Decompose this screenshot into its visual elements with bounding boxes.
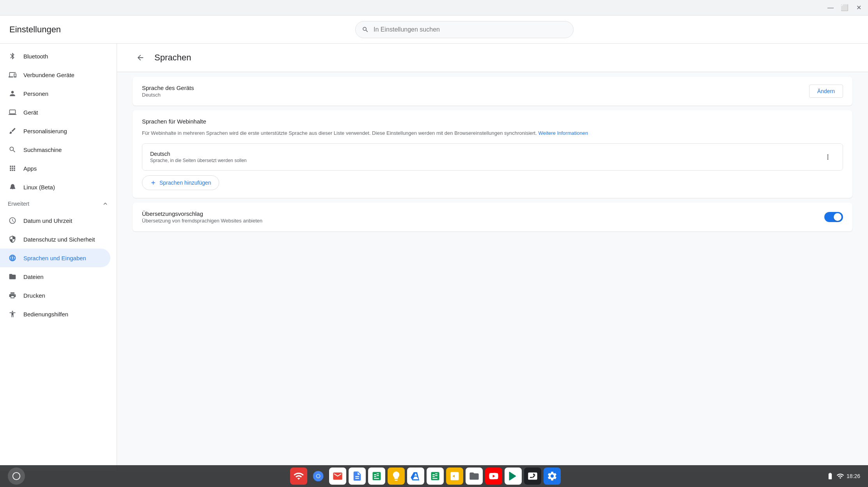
drive-app-icon	[410, 471, 421, 482]
back-button[interactable]	[133, 50, 148, 65]
files-app-icon	[469, 471, 480, 482]
wifi-app-icon	[293, 471, 304, 482]
sidebar-item-bluetooth-label: Bluetooth	[23, 53, 48, 60]
play-app-icon	[508, 471, 519, 482]
sheets-app-icon	[371, 471, 382, 482]
svg-point-0	[13, 473, 20, 480]
taskbar-app-sheets2[interactable]	[427, 468, 444, 485]
content-area: Bluetooth Verbundene Geräte Personen	[0, 44, 868, 471]
app-title: Einstellungen	[9, 25, 61, 35]
taskbar: 18:26	[0, 465, 868, 487]
sidebar-item-datenschutz[interactable]: Datenschutz und Sicherheit	[0, 230, 110, 249]
sidebar-item-linux[interactable]: Linux (Beta)	[0, 178, 110, 196]
bluetooth-icon	[8, 51, 17, 61]
time-display: 18:26	[847, 473, 860, 479]
lang-name: Deutsch	[150, 151, 246, 157]
translation-info: Übersetzungsvorschlag Übersetzung von fr…	[142, 210, 824, 224]
keep-app-icon	[391, 471, 402, 482]
sidebar-item-bedienungshilfen[interactable]: Bedienungshilfen	[0, 305, 110, 323]
sidebar-item-apps-label: Apps	[23, 165, 37, 172]
app-layout: Einstellungen Bluetooth	[0, 16, 868, 471]
add-icon	[150, 180, 156, 186]
sidebar-item-personalisierung-label: Personalisierung	[23, 128, 67, 134]
signal-icon	[836, 472, 844, 480]
page-header: Sprachen	[117, 44, 868, 72]
sidebar-item-apps[interactable]: Apps	[0, 159, 110, 178]
devices-icon	[8, 70, 17, 79]
sidebar-item-suchmaschine[interactable]: Suchmaschine	[0, 140, 110, 159]
sidebar-item-sprachen[interactable]: Sprachen und Eingaben	[0, 249, 110, 267]
back-arrow-icon	[136, 53, 145, 62]
add-language-button[interactable]: Sprachen hinzufügen	[142, 175, 219, 190]
sidebar-item-drucken-label: Drucken	[23, 292, 45, 299]
taskbar-app-files[interactable]	[466, 468, 483, 485]
shield-icon	[8, 235, 17, 244]
more-info-link[interactable]: Weitere Informationen	[538, 130, 588, 136]
folder-icon	[8, 272, 17, 281]
translation-section: Übersetzungsvorschlag Übersetzung von fr…	[133, 203, 852, 231]
settings-app-icon	[547, 471, 558, 482]
main-content: Sprachen Sprache des Geräts Deutsch Ände…	[117, 44, 868, 471]
sidebar-item-drucken[interactable]: Drucken	[0, 286, 110, 305]
sidebar-item-bedienungshilfen-label: Bedienungshilfen	[23, 311, 68, 318]
minimize-button[interactable]: —	[824, 2, 837, 14]
sidebar-item-bluetooth[interactable]: Bluetooth	[0, 47, 110, 65]
taskbar-app-chrome[interactable]	[310, 468, 327, 485]
search-nav-icon	[8, 145, 17, 154]
top-header: Einstellungen	[0, 16, 868, 44]
sidebar-item-datum-uhrzeit[interactable]: Datum und Uhrzeit	[0, 211, 110, 230]
person-icon	[8, 89, 17, 98]
sidebar-item-geraet-label: Gerät	[23, 109, 38, 116]
settings-window: — ⬜ ✕ Einstellungen Bluetooth	[0, 0, 868, 471]
taskbar-app-gmail[interactable]	[329, 468, 346, 485]
chevron-up-icon	[102, 200, 109, 207]
lang-item-info: Deutsch Sprache, in die Seiten übersetzt…	[150, 151, 246, 163]
taskbar-app-settings[interactable]	[544, 468, 561, 485]
sidebar-item-verbundene-geraete[interactable]: Verbundene Geräte	[0, 65, 110, 84]
taskbar-app-docs[interactable]	[349, 468, 366, 485]
docs-app-icon	[352, 471, 363, 482]
linux-icon	[8, 182, 17, 192]
sidebar-item-geraet[interactable]: Gerät	[0, 103, 110, 122]
sidebar-item-dateien[interactable]: Dateien	[0, 267, 110, 286]
apps-icon	[8, 164, 17, 173]
launcher-icon	[12, 472, 21, 480]
translation-label: Übersetzungsvorschlag	[142, 210, 824, 217]
youtube-app-icon	[488, 471, 499, 482]
sidebar-item-personalisierung[interactable]: Personalisierung	[0, 122, 110, 140]
taskbar-app-terminal[interactable]	[524, 468, 541, 485]
lang-options-button[interactable]	[821, 150, 835, 164]
erweitert-section-header[interactable]: Erweitert	[0, 196, 117, 211]
language-list: Deutsch Sprache, in die Seiten übersetzt…	[142, 143, 843, 171]
taskbar-app-sheets[interactable]	[368, 468, 385, 485]
search-bar[interactable]	[355, 21, 574, 38]
search-icon	[362, 26, 369, 33]
translation-desc: Übersetzung von fremdsprachigen Websites…	[142, 218, 824, 224]
web-languages-description: Für Webinhalte in mehreren Sprachen wird…	[142, 129, 843, 137]
launcher-button[interactable]	[8, 468, 25, 485]
taskbar-app-keep[interactable]	[388, 468, 405, 485]
web-languages-heading: Sprachen für Webinhalte	[142, 118, 843, 125]
change-language-button[interactable]: Ändern	[809, 85, 843, 98]
sidebar-item-personen[interactable]: Personen	[0, 84, 110, 103]
sidebar-item-verbundene-geraete-label: Verbundene Geräte	[23, 72, 74, 78]
taskbar-app-wifi[interactable]	[290, 468, 307, 485]
web-lang-desc-text: Für Webinhalte in mehreren Sprachen wird…	[142, 130, 537, 136]
taskbar-center	[290, 468, 561, 485]
language-icon	[8, 253, 17, 263]
close-button[interactable]: ✕	[852, 2, 865, 14]
taskbar-app-youtube[interactable]	[485, 468, 502, 485]
maximize-button[interactable]: ⬜	[838, 2, 851, 14]
lang-desc: Sprache, in die Seiten übersetzt werden …	[150, 158, 246, 163]
translation-toggle[interactable]	[824, 212, 843, 222]
accessibility-icon	[8, 309, 17, 319]
taskbar-app-slides[interactable]	[446, 468, 463, 485]
taskbar-app-play[interactable]	[505, 468, 522, 485]
titlebar: — ⬜ ✕	[0, 0, 868, 16]
gmail-app-icon	[332, 471, 343, 482]
taskbar-app-drive[interactable]	[407, 468, 424, 485]
device-icon	[8, 108, 17, 117]
terminal-app-icon	[527, 471, 538, 482]
search-input[interactable]	[374, 26, 567, 33]
sidebar-item-datenschutz-label: Datenschutz und Sicherheit	[23, 236, 95, 243]
